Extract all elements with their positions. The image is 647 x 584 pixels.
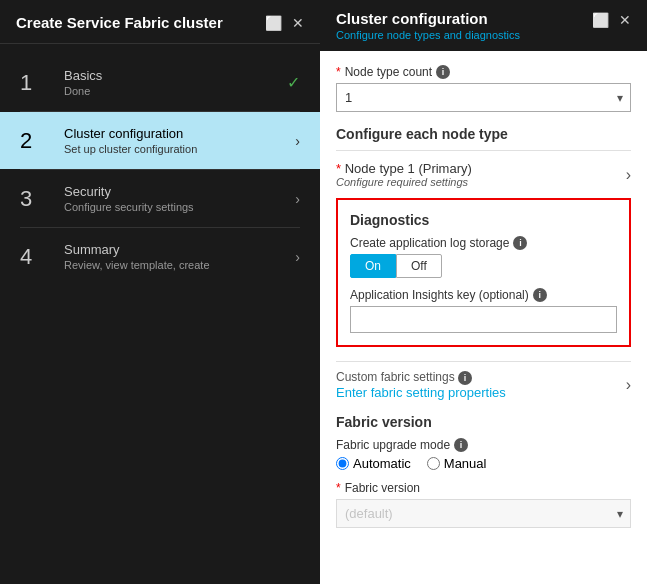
step-2-chevron-icon: ›	[295, 133, 300, 149]
left-window-controls: ⬜ ✕	[265, 15, 304, 31]
step-3-content: Security Configure security settings	[64, 184, 295, 213]
fabric-upgrade-manual-option[interactable]: Manual	[427, 456, 487, 471]
node-type-1-content: * Node type 1 (Primary) Configure requir…	[336, 161, 472, 188]
step-1-check-icon: ✓	[287, 73, 300, 92]
step-2-content: Cluster configuration Set up cluster con…	[64, 126, 295, 155]
right-window-controls: ⬜ ✕	[592, 12, 631, 28]
node-type-count-select[interactable]: 1 2 3 4 5	[336, 83, 631, 112]
diagnostics-box: Diagnostics Create application log stora…	[336, 198, 631, 347]
fabric-upgrade-manual-label: Manual	[444, 456, 487, 471]
node-type-1-chevron-icon: ›	[626, 166, 631, 184]
fabric-upgrade-mode-label: Fabric upgrade mode i	[336, 438, 631, 452]
step-1[interactable]: 1 Basics Done ✓	[0, 54, 320, 111]
fabric-upgrade-mode-info-icon[interactable]: i	[454, 438, 468, 452]
left-header: Create Service Fabric cluster ⬜ ✕	[0, 0, 320, 44]
step-2-subtitle: Set up cluster configuration	[64, 143, 295, 155]
step-4-number: 4	[20, 244, 50, 270]
right-header-content: Cluster configuration Configure node typ…	[336, 10, 520, 41]
diagnostics-off-button[interactable]: Off	[396, 254, 442, 278]
custom-fabric-settings-row[interactable]: Custom fabric settings i Enter fabric se…	[336, 361, 631, 404]
steps-container: 1 Basics Done ✓ 2 Cluster configuration …	[0, 44, 320, 295]
step-1-title: Basics	[64, 68, 287, 83]
app-insights-info-icon[interactable]: i	[533, 288, 547, 302]
step-4-title: Summary	[64, 242, 295, 257]
fabric-upgrade-automatic-label: Automatic	[353, 456, 411, 471]
node-type-1-row[interactable]: * Node type 1 (Primary) Configure requir…	[336, 150, 631, 198]
left-panel-title: Create Service Fabric cluster	[16, 14, 223, 31]
fabric-version-select-wrapper: (default) ▾	[336, 499, 631, 528]
required-star-1: *	[336, 65, 341, 79]
right-header: Cluster configuration Configure node typ…	[320, 0, 647, 51]
custom-fabric-label: Custom fabric settings i	[336, 370, 506, 385]
step-3-chevron-icon: ›	[295, 191, 300, 207]
step-1-subtitle: Done	[64, 85, 287, 97]
left-close-button[interactable]: ✕	[292, 15, 304, 31]
custom-fabric-chevron-icon: ›	[626, 376, 631, 394]
fabric-version-section: Fabric version Fabric upgrade mode i Aut…	[336, 414, 631, 528]
fabric-upgrade-mode-radio-group: Automatic Manual	[336, 456, 631, 471]
create-app-log-label: Create application log storage i	[350, 236, 617, 250]
app-insights-key-input[interactable]	[350, 306, 617, 333]
step-4-content: Summary Review, view template, create	[64, 242, 295, 271]
step-3[interactable]: 3 Security Configure security settings ›	[0, 170, 320, 227]
fabric-upgrade-automatic-radio[interactable]	[336, 457, 349, 470]
step-4[interactable]: 4 Summary Review, view template, create …	[0, 228, 320, 285]
right-panel-title: Cluster configuration	[336, 10, 520, 27]
fabric-upgrade-automatic-option[interactable]: Automatic	[336, 456, 411, 471]
custom-fabric-value: Enter fabric setting properties	[336, 385, 506, 400]
node-type-count-select-wrapper: 1 2 3 4 5 ▾	[336, 83, 631, 112]
step-3-subtitle: Configure security settings	[64, 201, 295, 213]
left-panel: Create Service Fabric cluster ⬜ ✕ 1 Basi…	[0, 0, 320, 584]
step-2-number: 2	[20, 128, 50, 154]
step-3-number: 3	[20, 186, 50, 212]
custom-fabric-info-icon[interactable]: i	[458, 371, 472, 385]
fabric-version-select[interactable]: (default)	[336, 499, 631, 528]
step-4-subtitle: Review, view template, create	[64, 259, 295, 271]
right-close-button[interactable]: ✕	[619, 12, 631, 28]
configure-node-type-section-title: Configure each node type	[336, 126, 631, 142]
node-type-count-label: * Node type count i	[336, 65, 631, 79]
create-app-log-info-icon[interactable]: i	[513, 236, 527, 250]
node-type-count-info-icon[interactable]: i	[436, 65, 450, 79]
left-minimize-button[interactable]: ⬜	[265, 15, 282, 31]
custom-fabric-content: Custom fabric settings i Enter fabric se…	[336, 370, 506, 400]
diagnostics-toggle: On Off	[350, 254, 617, 278]
right-panel-subtitle: Configure node types and diagnostics	[336, 29, 520, 41]
right-panel: Cluster configuration Configure node typ…	[320, 0, 647, 584]
node-type-1-sublabel: Configure required settings	[336, 176, 472, 188]
step-1-number: 1	[20, 70, 50, 96]
step-2-title: Cluster configuration	[64, 126, 295, 141]
fabric-version-label: * Fabric version	[336, 481, 631, 495]
app-insights-key-label: Application Insights key (optional) i	[350, 288, 617, 302]
fabric-version-section-title: Fabric version	[336, 414, 631, 430]
step-3-title: Security	[64, 184, 295, 199]
step-4-chevron-icon: ›	[295, 249, 300, 265]
diagnostics-on-button[interactable]: On	[350, 254, 396, 278]
step-2[interactable]: 2 Cluster configuration Set up cluster c…	[0, 112, 320, 169]
fabric-upgrade-manual-radio[interactable]	[427, 457, 440, 470]
right-minimize-button[interactable]: ⬜	[592, 12, 609, 28]
diagnostics-title: Diagnostics	[350, 212, 617, 228]
step-1-content: Basics Done	[64, 68, 287, 97]
right-body: * Node type count i 1 2 3 4 5 ▾ Configur…	[320, 51, 647, 584]
required-star-2: *	[336, 481, 341, 495]
node-type-1-label: * Node type 1 (Primary)	[336, 161, 472, 176]
